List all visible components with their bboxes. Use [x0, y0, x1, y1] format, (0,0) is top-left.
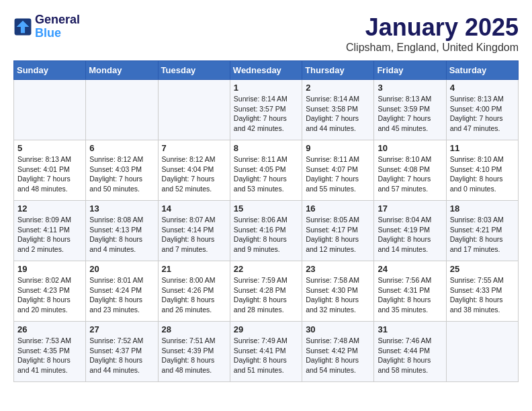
day-number: 7	[162, 143, 226, 153]
calendar-day-cell: 2Sunrise: 8:14 AM Sunset: 3:58 PM Daylig…	[302, 80, 374, 140]
day-number: 9	[306, 143, 370, 153]
page-header: General Blue January 2025 Clipsham, Engl…	[13, 13, 519, 54]
calendar-week-row: 26Sunrise: 7:53 AM Sunset: 4:35 PM Dayli…	[14, 322, 519, 382]
day-number: 5	[17, 143, 82, 153]
day-number: 22	[234, 264, 298, 274]
day-info: Sunrise: 7:55 AM Sunset: 4:33 PM Dayligh…	[450, 275, 515, 315]
day-info: Sunrise: 8:07 AM Sunset: 4:14 PM Dayligh…	[162, 215, 226, 255]
calendar-week-row: 12Sunrise: 8:09 AM Sunset: 4:11 PM Dayli…	[14, 201, 519, 261]
calendar-day-cell: 11Sunrise: 8:10 AM Sunset: 4:10 PM Dayli…	[446, 140, 518, 201]
month-title: January 2025	[346, 13, 519, 42]
calendar-day-cell: 24Sunrise: 7:56 AM Sunset: 4:31 PM Dayli…	[374, 261, 446, 322]
day-info: Sunrise: 8:08 AM Sunset: 4:13 PM Dayligh…	[89, 215, 154, 255]
day-number: 14	[162, 203, 226, 214]
title-block: January 2025 Clipsham, England, United K…	[346, 13, 519, 54]
day-info: Sunrise: 7:53 AM Sunset: 4:35 PM Dayligh…	[17, 336, 82, 375]
day-number: 8	[234, 143, 298, 153]
day-number: 19	[17, 264, 82, 274]
calendar-day-cell: 13Sunrise: 8:08 AM Sunset: 4:13 PM Dayli…	[86, 201, 158, 261]
calendar-day-cell: 26Sunrise: 7:53 AM Sunset: 4:35 PM Dayli…	[14, 322, 86, 382]
calendar-day-cell: 30Sunrise: 7:48 AM Sunset: 4:42 PM Dayli…	[302, 322, 374, 382]
calendar-week-row: 19Sunrise: 8:02 AM Sunset: 4:23 PM Dayli…	[14, 261, 519, 322]
day-number: 28	[162, 324, 226, 334]
calendar-day-cell: 1Sunrise: 8:14 AM Sunset: 3:57 PM Daylig…	[230, 80, 302, 140]
day-number: 15	[234, 203, 298, 214]
weekday-header-cell: Monday	[86, 61, 158, 80]
day-info: Sunrise: 8:13 AM Sunset: 4:00 PM Dayligh…	[450, 94, 515, 134]
day-info: Sunrise: 8:12 AM Sunset: 4:03 PM Dayligh…	[89, 154, 154, 194]
day-info: Sunrise: 8:11 AM Sunset: 4:07 PM Dayligh…	[306, 154, 370, 194]
calendar-day-cell: 29Sunrise: 7:49 AM Sunset: 4:41 PM Dayli…	[230, 322, 302, 382]
day-number: 26	[17, 324, 82, 334]
day-number: 31	[378, 324, 442, 334]
calendar-day-cell: 6Sunrise: 8:12 AM Sunset: 4:03 PM Daylig…	[86, 140, 158, 201]
weekday-header-row: SundayMondayTuesdayWednesdayThursdayFrid…	[14, 61, 519, 80]
day-info: Sunrise: 8:12 AM Sunset: 4:04 PM Dayligh…	[162, 154, 226, 194]
day-info: Sunrise: 7:51 AM Sunset: 4:39 PM Dayligh…	[162, 336, 226, 375]
calendar-day-cell: 8Sunrise: 8:11 AM Sunset: 4:05 PM Daylig…	[230, 140, 302, 201]
day-number: 4	[450, 83, 515, 93]
day-number: 23	[306, 264, 370, 274]
day-info: Sunrise: 8:11 AM Sunset: 4:05 PM Dayligh…	[234, 154, 298, 194]
day-info: Sunrise: 7:46 AM Sunset: 4:44 PM Dayligh…	[378, 336, 442, 375]
weekday-header-cell: Saturday	[446, 61, 518, 80]
day-number: 10	[378, 143, 442, 153]
day-number: 13	[89, 203, 154, 214]
day-info: Sunrise: 7:59 AM Sunset: 4:28 PM Dayligh…	[234, 275, 298, 315]
calendar-day-cell	[446, 322, 518, 382]
calendar-day-cell: 17Sunrise: 8:04 AM Sunset: 4:19 PM Dayli…	[374, 201, 446, 261]
calendar-day-cell: 28Sunrise: 7:51 AM Sunset: 4:39 PM Dayli…	[158, 322, 230, 382]
day-info: Sunrise: 8:00 AM Sunset: 4:26 PM Dayligh…	[162, 275, 226, 315]
calendar-day-cell: 22Sunrise: 7:59 AM Sunset: 4:28 PM Dayli…	[230, 261, 302, 322]
calendar-day-cell: 21Sunrise: 8:00 AM Sunset: 4:26 PM Dayli…	[158, 261, 230, 322]
calendar-table: SundayMondayTuesdayWednesdayThursdayFrid…	[13, 60, 519, 382]
calendar-day-cell: 14Sunrise: 8:07 AM Sunset: 4:14 PM Dayli…	[158, 201, 230, 261]
day-info: Sunrise: 7:52 AM Sunset: 4:37 PM Dayligh…	[89, 336, 154, 375]
weekday-header-cell: Friday	[374, 61, 446, 80]
day-number: 21	[162, 264, 226, 274]
calendar-day-cell: 20Sunrise: 8:01 AM Sunset: 4:24 PM Dayli…	[86, 261, 158, 322]
day-number: 16	[306, 203, 370, 214]
day-number: 30	[306, 324, 370, 334]
weekday-header-cell: Tuesday	[158, 61, 230, 80]
day-number: 6	[89, 143, 154, 153]
day-info: Sunrise: 8:04 AM Sunset: 4:19 PM Dayligh…	[378, 215, 442, 255]
day-info: Sunrise: 8:14 AM Sunset: 3:57 PM Dayligh…	[234, 94, 298, 134]
day-number: 1	[234, 83, 298, 93]
calendar-day-cell: 7Sunrise: 8:12 AM Sunset: 4:04 PM Daylig…	[158, 140, 230, 201]
day-number: 17	[378, 203, 442, 214]
calendar-day-cell: 27Sunrise: 7:52 AM Sunset: 4:37 PM Dayli…	[86, 322, 158, 382]
day-info: Sunrise: 8:10 AM Sunset: 4:08 PM Dayligh…	[378, 154, 442, 194]
location: Clipsham, England, United Kingdom	[346, 42, 519, 54]
calendar-week-row: 5Sunrise: 8:13 AM Sunset: 4:01 PM Daylig…	[14, 140, 519, 201]
calendar-day-cell: 3Sunrise: 8:13 AM Sunset: 3:59 PM Daylig…	[374, 80, 446, 140]
weekday-header-cell: Wednesday	[230, 61, 302, 80]
day-info: Sunrise: 8:10 AM Sunset: 4:10 PM Dayligh…	[450, 154, 515, 194]
calendar-body: 1Sunrise: 8:14 AM Sunset: 3:57 PM Daylig…	[14, 80, 519, 382]
logo-icon	[13, 17, 32, 36]
logo: General Blue	[13, 13, 80, 40]
calendar-day-cell: 18Sunrise: 8:03 AM Sunset: 4:21 PM Dayli…	[446, 201, 518, 261]
calendar-day-cell: 10Sunrise: 8:10 AM Sunset: 4:08 PM Dayli…	[374, 140, 446, 201]
day-number: 3	[378, 83, 442, 93]
calendar-day-cell: 25Sunrise: 7:55 AM Sunset: 4:33 PM Dayli…	[446, 261, 518, 322]
day-info: Sunrise: 8:05 AM Sunset: 4:17 PM Dayligh…	[306, 215, 370, 255]
day-number: 12	[17, 203, 82, 214]
day-number: 11	[450, 143, 515, 153]
day-info: Sunrise: 8:01 AM Sunset: 4:24 PM Dayligh…	[89, 275, 154, 315]
day-info: Sunrise: 8:13 AM Sunset: 3:59 PM Dayligh…	[378, 94, 442, 134]
calendar-day-cell	[86, 80, 158, 140]
weekday-header-cell: Thursday	[302, 61, 374, 80]
calendar-day-cell: 12Sunrise: 8:09 AM Sunset: 4:11 PM Dayli…	[14, 201, 86, 261]
day-info: Sunrise: 8:02 AM Sunset: 4:23 PM Dayligh…	[17, 275, 82, 315]
day-number: 2	[306, 83, 370, 93]
day-number: 24	[378, 264, 442, 274]
day-info: Sunrise: 8:14 AM Sunset: 3:58 PM Dayligh…	[306, 94, 370, 134]
calendar-day-cell: 31Sunrise: 7:46 AM Sunset: 4:44 PM Dayli…	[374, 322, 446, 382]
calendar-day-cell: 19Sunrise: 8:02 AM Sunset: 4:23 PM Dayli…	[14, 261, 86, 322]
day-info: Sunrise: 7:58 AM Sunset: 4:30 PM Dayligh…	[306, 275, 370, 315]
calendar-day-cell: 15Sunrise: 8:06 AM Sunset: 4:16 PM Dayli…	[230, 201, 302, 261]
calendar-day-cell: 4Sunrise: 8:13 AM Sunset: 4:00 PM Daylig…	[446, 80, 518, 140]
day-number: 25	[450, 264, 515, 274]
weekday-header-cell: Sunday	[14, 61, 86, 80]
